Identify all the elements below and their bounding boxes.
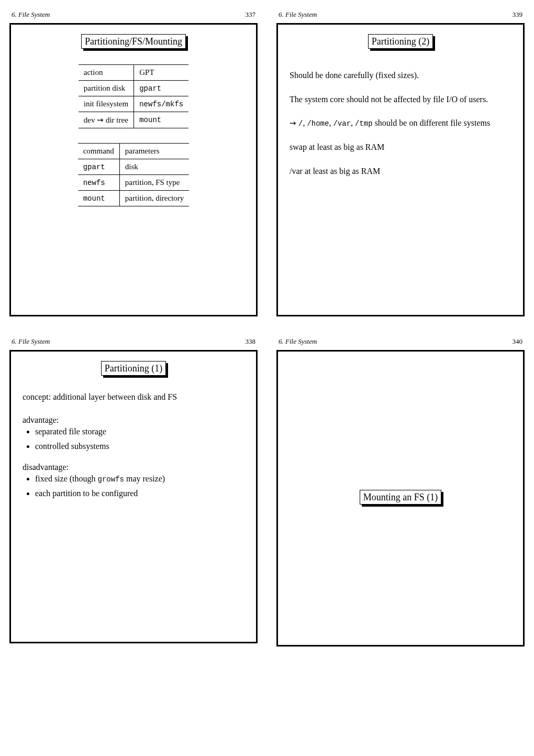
cell: partition disk bbox=[79, 81, 134, 96]
paragraph: ⇝ /, /home, /var, /tmp should be on diff… bbox=[290, 117, 511, 129]
page-number: 337 bbox=[246, 10, 256, 19]
cell: mount bbox=[78, 191, 120, 206]
paragraph: concept: additional layer between disk a… bbox=[23, 391, 244, 403]
leadsto-icon: ⇝ bbox=[290, 118, 296, 127]
list-item: controlled subsystems bbox=[35, 442, 244, 451]
cell: partition, directory bbox=[119, 191, 189, 206]
slide-header: 6. File System 338 bbox=[5, 337, 262, 348]
disadvantage-label: disadvantage: bbox=[23, 463, 244, 472]
slide-338: 6. File System 338 Partitioning (1) conc… bbox=[0, 327, 267, 657]
table-row: init filesystem newfs/mkfs bbox=[79, 96, 188, 112]
chapter-label: 6. File System bbox=[279, 337, 317, 346]
slide-340: 6. File System 340 Mounting an FS (1) bbox=[267, 327, 534, 657]
slide-title: Mounting an FS (1) bbox=[360, 490, 442, 505]
slide-337: 6. File System 337 Partitioning/FS/Mount… bbox=[0, 0, 267, 327]
cell: action bbox=[79, 65, 134, 81]
slide-frame: Partitioning (1) concept: additional lay… bbox=[9, 350, 258, 643]
table-row: mount partition, directory bbox=[78, 191, 190, 206]
list-item: each partition to be configured bbox=[35, 489, 244, 498]
chapter-label: 6. File System bbox=[12, 10, 50, 19]
slide-frame: Mounting an FS (1) bbox=[276, 350, 525, 647]
slide-header: 6. File System 337 bbox=[5, 10, 262, 21]
cell: gpart bbox=[134, 81, 189, 96]
advantage-label: advantage: bbox=[23, 415, 244, 425]
page-number: 339 bbox=[513, 10, 523, 19]
list-item: fixed size (though growfs may resize) bbox=[35, 474, 244, 484]
advantage-list: separated file storage controlled subsys… bbox=[23, 427, 244, 451]
table-row: newfs partition, FS type bbox=[78, 175, 190, 191]
cell: mount bbox=[134, 112, 189, 128]
chapter-label: 6. File System bbox=[279, 10, 317, 19]
slide-title: Partitioning (2) bbox=[368, 34, 433, 49]
table-row: action GPT bbox=[79, 65, 188, 81]
slide-header: 6. File System 339 bbox=[272, 10, 529, 21]
cell: init filesystem bbox=[79, 96, 134, 112]
cell: partition, FS type bbox=[119, 175, 189, 191]
paragraph: swap at least as big as RAM bbox=[290, 141, 511, 153]
table-row: gpart disk bbox=[78, 159, 190, 175]
paragraph: Should be done carefully (fixed sizes). bbox=[290, 70, 511, 81]
cell: gpart bbox=[78, 159, 120, 175]
cell: command bbox=[78, 144, 120, 159]
slide-frame: Partitioning/FS/Mounting action GPT part… bbox=[9, 23, 258, 316]
slide-frame: Partitioning (2) Should be done carefull… bbox=[276, 23, 525, 316]
chapter-label: 6. File System bbox=[12, 337, 50, 346]
table-row: dev ⇝ dir tree mount bbox=[79, 112, 188, 128]
slide-339: 6. File System 339 Partitioning (2) Shou… bbox=[267, 0, 534, 327]
paragraph: /var at least as big as RAM bbox=[290, 166, 511, 177]
cell: disk bbox=[119, 159, 189, 175]
page-number: 340 bbox=[513, 337, 523, 346]
command-table: command parameters gpart disk newfs part… bbox=[78, 143, 190, 206]
cell: dev ⇝ dir tree bbox=[79, 112, 134, 128]
table-row: command parameters bbox=[78, 144, 190, 159]
cell: newfs bbox=[78, 175, 120, 191]
cell: newfs/mkfs bbox=[134, 96, 189, 112]
table-row: partition disk gpart bbox=[79, 81, 188, 96]
disadvantage-list: fixed size (though growfs may resize) ea… bbox=[23, 474, 244, 498]
action-table: action GPT partition disk gpart init fil… bbox=[79, 64, 188, 128]
cell: parameters bbox=[119, 144, 189, 159]
list-item: separated file storage bbox=[35, 427, 244, 436]
page-number: 338 bbox=[246, 337, 256, 346]
paragraph: The system core should not be affected b… bbox=[290, 94, 511, 105]
slide-title: Partitioning/FS/Mounting bbox=[81, 34, 186, 49]
slide-title: Partitioning (1) bbox=[101, 361, 166, 376]
arrow-icon: ⇝ bbox=[97, 115, 104, 124]
cell: GPT bbox=[134, 65, 189, 81]
slide-header: 6. File System 340 bbox=[272, 337, 529, 348]
